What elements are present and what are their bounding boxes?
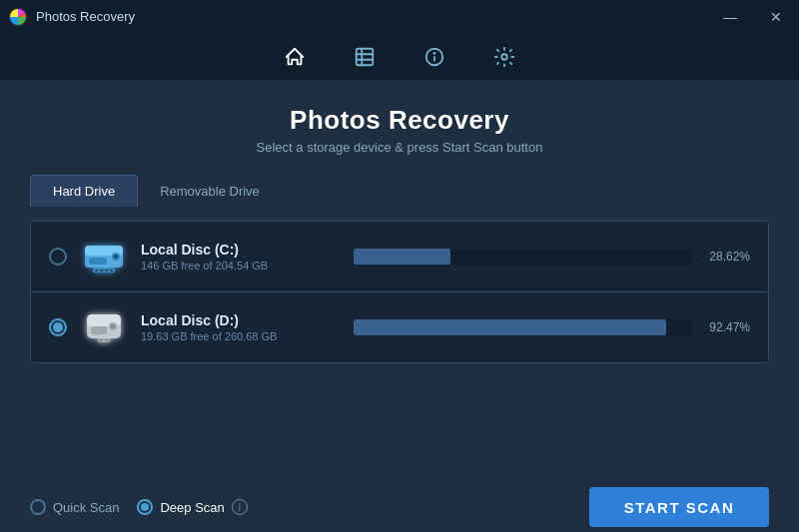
- drive-d-progress-fill: [354, 319, 667, 335]
- page-subtitle: Select a storage device & press Start Sc…: [30, 140, 769, 155]
- svg-point-8: [501, 54, 507, 60]
- drive-d-name: Local Disc (D:): [141, 312, 340, 328]
- drive-item-d[interactable]: Local Disc (D:) 19.63 GB free of 260.68 …: [31, 292, 768, 362]
- svg-rect-14: [105, 269, 108, 271]
- drive-d-progress-bar: [354, 319, 692, 335]
- drive-c-progress-fill: [354, 249, 450, 265]
- app-logo-icon: [8, 7, 28, 27]
- page-title: Photos Recovery: [30, 105, 769, 136]
- titlebar-title: Photos Recovery: [36, 9, 135, 24]
- minimize-button[interactable]: —: [707, 0, 753, 33]
- titlebar-left: Photos Recovery: [8, 7, 135, 27]
- drive-c-icon: [81, 238, 127, 275]
- drive-c-radio[interactable]: [49, 248, 67, 266]
- drive-c-name: Local Disc (C:): [141, 242, 340, 258]
- nav-list-button[interactable]: [346, 38, 384, 76]
- nav-info-button[interactable]: [415, 38, 453, 76]
- svg-point-18: [114, 255, 118, 259]
- deep-scan-radio[interactable]: [137, 499, 153, 515]
- deep-scan-info-icon[interactable]: i: [232, 499, 248, 515]
- deep-scan-option[interactable]: Deep Scan i: [137, 499, 247, 515]
- deep-scan-label: Deep Scan: [160, 500, 224, 515]
- drive-c-progress-wrap: 28.62%: [354, 249, 750, 265]
- quick-scan-radio[interactable]: [30, 499, 46, 515]
- nav-home-button[interactable]: [276, 38, 314, 76]
- drive-d-info: Local Disc (D:) 19.63 GB free of 260.68 …: [141, 312, 340, 342]
- svg-rect-12: [95, 269, 98, 271]
- svg-rect-23: [106, 339, 108, 341]
- svg-rect-13: [100, 269, 103, 271]
- svg-rect-15: [110, 269, 113, 271]
- scan-options: Quick Scan Deep Scan i: [30, 499, 589, 515]
- svg-rect-24: [91, 326, 107, 334]
- drive-d-space: 19.63 GB free of 260.68 GB: [141, 330, 340, 342]
- titlebar: Photos Recovery — ✕: [0, 0, 799, 33]
- drive-c-percent: 28.62%: [702, 250, 750, 264]
- drive-tabs: Hard Drive Removable Drive: [30, 175, 769, 207]
- drive-d-radio[interactable]: [49, 318, 67, 336]
- start-scan-button[interactable]: START SCAN: [589, 487, 769, 527]
- drive-d-percent: 92.47%: [702, 320, 750, 334]
- svg-rect-16: [89, 258, 107, 265]
- topnav: [0, 33, 799, 81]
- drive-d-icon: [81, 308, 127, 346]
- svg-rect-21: [98, 338, 110, 342]
- svg-rect-1: [357, 48, 374, 65]
- svg-point-26: [111, 324, 115, 328]
- nav-settings-button[interactable]: [485, 38, 523, 76]
- drive-item-c[interactable]: Local Disc (C:) 146 GB free of 204.54 GB…: [31, 222, 768, 292]
- bottom-section: Quick Scan Deep Scan i START SCAN: [0, 482, 799, 532]
- drive-c-progress-bar: [354, 249, 692, 265]
- drive-d-progress-wrap: 92.47%: [354, 319, 750, 335]
- quick-scan-option[interactable]: Quick Scan: [30, 499, 119, 515]
- titlebar-controls: — ✕: [707, 0, 799, 33]
- drive-c-info: Local Disc (C:) 146 GB free of 204.54 GB: [141, 242, 340, 271]
- tab-removable-drive[interactable]: Removable Drive: [138, 175, 282, 207]
- close-button[interactable]: ✕: [753, 0, 799, 33]
- quick-scan-label: Quick Scan: [53, 500, 119, 515]
- main-content: Photos Recovery Select a storage device …: [0, 81, 799, 482]
- drive-list: Local Disc (C:) 146 GB free of 204.54 GB…: [30, 221, 769, 363]
- tab-hard-drive[interactable]: Hard Drive: [30, 175, 138, 207]
- svg-rect-22: [100, 339, 102, 341]
- drive-c-space: 146 GB free of 204.54 GB: [141, 260, 340, 271]
- page-header: Photos Recovery Select a storage device …: [30, 105, 769, 155]
